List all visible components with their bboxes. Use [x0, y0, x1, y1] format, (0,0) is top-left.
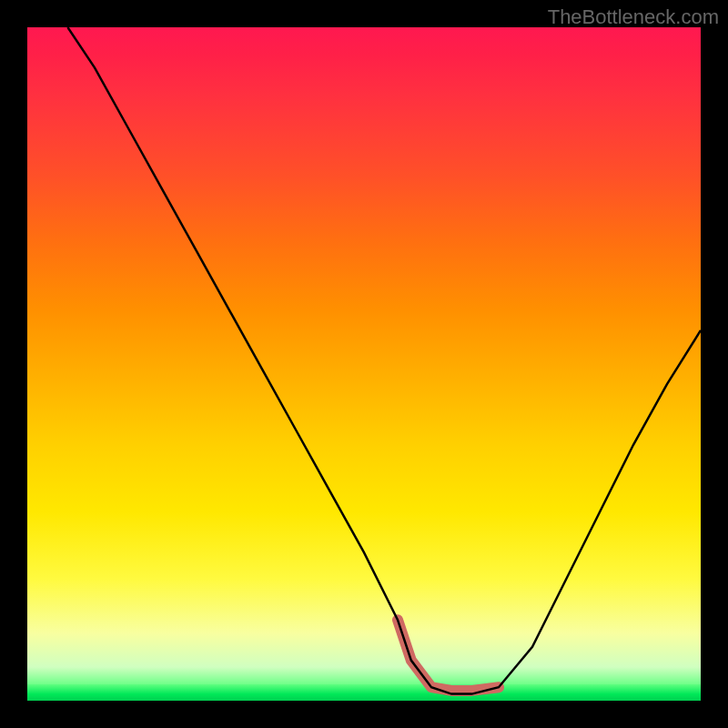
plot-area — [27, 27, 701, 701]
curve-svg — [27, 27, 701, 701]
highlight-segment — [398, 620, 499, 691]
chart-frame: TheBottleneck.com — [0, 0, 728, 728]
watermark-text: TheBottleneck.com — [548, 5, 719, 29]
bottleneck-curve — [67, 27, 701, 694]
